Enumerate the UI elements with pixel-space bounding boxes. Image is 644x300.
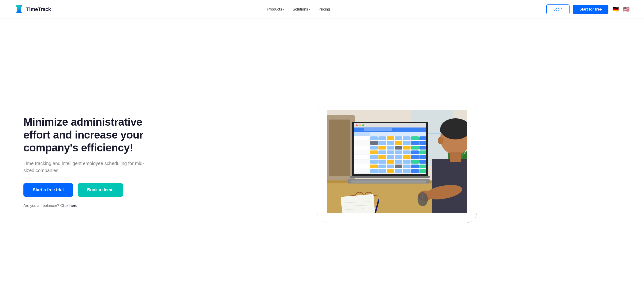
login-button[interactable]: Login	[546, 5, 570, 14]
nav-actions: Login Start for free 🇩🇪 🇺🇸	[546, 5, 630, 14]
svg-point-44	[356, 124, 358, 126]
brand-name: TimeTrack	[26, 6, 51, 13]
hero-title: Minimize administrative effort and incre…	[24, 116, 150, 154]
svg-rect-90	[370, 150, 378, 154]
hero-subtitle: Time tracking and intelligent employee s…	[24, 160, 150, 174]
svg-rect-128	[420, 169, 426, 173]
hero-buttons: Start a free trial Book a demo	[24, 183, 150, 197]
svg-rect-70	[403, 136, 410, 140]
svg-rect-93	[395, 150, 402, 154]
svg-rect-99	[378, 155, 386, 159]
svg-rect-103	[411, 155, 419, 159]
svg-rect-77	[395, 141, 402, 145]
hero-image-container	[164, 101, 630, 223]
svg-point-21	[438, 137, 444, 144]
svg-rect-52	[378, 132, 386, 136]
svg-point-46	[362, 124, 364, 126]
svg-rect-88	[420, 146, 426, 150]
svg-rect-111	[411, 160, 419, 164]
svg-rect-114	[370, 165, 378, 168]
hero-illustration	[317, 101, 476, 223]
freelancer-link[interactable]: here	[70, 204, 78, 208]
svg-rect-109	[395, 160, 402, 164]
svg-rect-57	[419, 132, 426, 136]
svg-rect-48	[364, 128, 392, 131]
book-demo-button[interactable]: Book a demo	[78, 183, 123, 197]
svg-rect-95	[411, 150, 419, 154]
nav-links: Products ▾ Solutions ▾ Pricing	[267, 7, 330, 12]
logo[interactable]: TimeTrack	[14, 5, 51, 14]
svg-rect-92	[387, 150, 394, 154]
svg-rect-85	[395, 146, 402, 150]
svg-rect-54	[394, 132, 403, 136]
chevron-down-icon: ▾	[283, 8, 284, 11]
hero-section: Minimize administrative effort and incre…	[0, 19, 644, 300]
navigation: TimeTrack Products ▾ Solutions ▾ Pricing…	[0, 0, 644, 19]
svg-rect-94	[403, 150, 410, 154]
svg-rect-100	[387, 155, 394, 159]
svg-rect-66	[370, 136, 378, 140]
svg-rect-50	[354, 132, 370, 136]
svg-rect-96	[420, 150, 426, 154]
svg-rect-110	[403, 160, 410, 164]
svg-rect-101	[395, 155, 402, 159]
svg-rect-51	[370, 132, 378, 136]
svg-rect-126	[403, 169, 410, 173]
svg-rect-80	[420, 141, 426, 145]
svg-rect-102	[403, 155, 410, 159]
svg-rect-87	[411, 146, 419, 150]
start-trial-button[interactable]: Start a free trial	[24, 183, 73, 197]
svg-rect-119	[411, 165, 419, 168]
svg-rect-91	[378, 150, 386, 154]
start-free-button[interactable]: Start for free	[573, 5, 608, 14]
svg-rect-118	[403, 165, 410, 168]
svg-rect-20	[440, 128, 471, 132]
svg-rect-125	[395, 169, 402, 173]
svg-rect-115	[378, 165, 386, 168]
svg-rect-83	[378, 146, 386, 150]
logo-icon	[14, 5, 24, 14]
svg-rect-72	[420, 136, 426, 140]
svg-rect-123	[378, 169, 386, 173]
svg-rect-56	[411, 132, 419, 136]
svg-rect-39	[351, 180, 426, 183]
hero-content: Minimize administrative effort and incre…	[24, 116, 150, 208]
nav-products[interactable]: Products ▾	[267, 7, 284, 12]
svg-rect-75	[378, 141, 386, 145]
svg-rect-86	[403, 146, 410, 150]
svg-rect-79	[411, 141, 419, 145]
svg-rect-98	[370, 155, 378, 159]
svg-rect-55	[403, 132, 411, 136]
svg-rect-43	[354, 123, 426, 128]
svg-rect-67	[378, 136, 386, 140]
german-flag[interactable]: 🇩🇪	[612, 6, 619, 13]
svg-rect-107	[378, 160, 386, 164]
svg-rect-53	[386, 132, 394, 136]
svg-rect-108	[387, 160, 394, 164]
us-flag[interactable]: 🇺🇸	[622, 6, 630, 13]
nav-pricing[interactable]: Pricing	[318, 7, 330, 12]
svg-rect-124	[387, 169, 394, 173]
svg-rect-116	[387, 165, 394, 168]
svg-rect-84	[387, 146, 394, 150]
chevron-down-icon: ▾	[309, 8, 310, 11]
svg-rect-76	[387, 141, 394, 145]
svg-rect-78	[403, 141, 410, 145]
svg-rect-106	[370, 160, 378, 164]
freelancer-callout: Are you a freelancer? Click here	[24, 204, 150, 208]
svg-rect-74	[370, 141, 378, 145]
svg-rect-112	[420, 160, 426, 164]
svg-rect-69	[395, 136, 402, 140]
svg-rect-120	[420, 165, 426, 168]
svg-rect-127	[411, 169, 419, 173]
svg-rect-8	[329, 120, 350, 176]
hero-image	[317, 101, 476, 223]
svg-rect-22	[450, 152, 461, 162]
nav-solutions[interactable]: Solutions ▾	[292, 7, 310, 12]
svg-rect-68	[387, 136, 394, 140]
svg-rect-71	[411, 136, 419, 140]
svg-point-45	[359, 124, 361, 126]
svg-rect-82	[370, 146, 378, 150]
svg-rect-104	[420, 155, 426, 159]
svg-rect-122	[370, 169, 378, 173]
